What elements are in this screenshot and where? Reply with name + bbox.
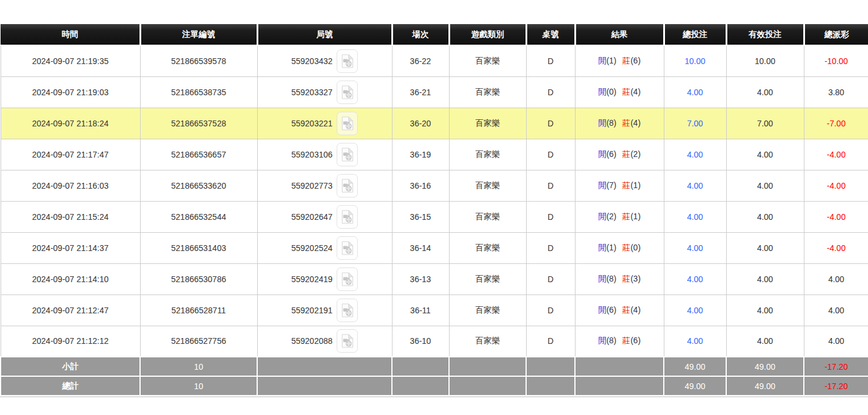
round-group: 559202647 (258, 205, 392, 229)
video-replay-button[interactable] (337, 299, 358, 322)
cell-game-type: 百家樂 (449, 294, 526, 326)
cell-session: 36-10 (392, 326, 449, 357)
result-player-score: (1) (606, 56, 616, 65)
cell-valid-bet: 4.00 (726, 263, 804, 294)
video-file-icon (341, 334, 354, 348)
cell-bet-id: 521866533620 (140, 170, 257, 201)
cell-round: 559202191 (257, 294, 392, 326)
bet-row[interactable]: 2024-09-07 21:14:37 521866531403 5592025… (1, 232, 868, 263)
cell-round: 559202524 (257, 232, 392, 263)
cell-table-id: D (526, 201, 575, 232)
cell-total-bet[interactable]: 4.00 (664, 201, 726, 232)
cell-total-bet[interactable]: 4.00 (664, 76, 726, 108)
result-banker-score: (3) (630, 274, 640, 283)
cell-game-type: 百家樂 (449, 76, 526, 108)
video-replay-button[interactable] (337, 143, 358, 166)
cell-session: 36-21 (392, 76, 449, 108)
cell-total-bet[interactable]: 4.00 (664, 139, 726, 170)
round-group: 559203432 (258, 49, 392, 73)
cell-total-bet[interactable]: 4.00 (664, 294, 726, 326)
cell-time: 2024-09-07 21:18:24 (1, 108, 140, 139)
result-player-score: (7) (606, 180, 616, 190)
result-banker-label: 莊 (622, 118, 630, 128)
cell-total-bet[interactable]: 10.00 (664, 45, 726, 76)
footer-empty-result (575, 357, 664, 376)
cell-result: 閒(1) 莊(6) (575, 45, 664, 76)
cell-bet-id: 521866532544 (140, 201, 257, 232)
cell-session: 36-16 (392, 170, 449, 201)
round-group: 559202419 (258, 267, 392, 291)
cell-result: 閒(6) 莊(2) (575, 139, 664, 170)
bet-row[interactable]: 2024-09-07 21:16:03 521866533620 5592027… (1, 170, 868, 201)
round-group: 559203106 (258, 143, 392, 166)
footer-empty-game (449, 376, 526, 396)
cell-game-type: 百家樂 (449, 201, 526, 232)
round-number: 559203221 (291, 119, 332, 128)
table-body: 2024-09-07 21:19:35 521866539578 5592034… (1, 45, 868, 357)
cell-round: 559202647 (257, 201, 392, 232)
video-replay-button[interactable] (337, 267, 358, 291)
video-replay-button[interactable] (337, 329, 358, 353)
cell-total-bet[interactable]: 4.00 (664, 263, 726, 294)
bet-row[interactable]: 2024-09-07 21:15:24 521866532544 5592026… (1, 201, 868, 232)
round-group: 559203221 (258, 112, 392, 135)
video-replay-button[interactable] (337, 236, 358, 260)
cell-session: 36-22 (392, 45, 449, 76)
result-banker-label: 莊 (622, 180, 630, 190)
cell-bet-id: 521866536657 (140, 139, 257, 170)
cell-bet-id: 521866530786 (140, 263, 257, 294)
cell-total-bet[interactable]: 4.00 (664, 232, 726, 263)
cell-game-type: 百家樂 (449, 232, 526, 263)
footer-label: 小計 (1, 357, 140, 376)
table-bottom-edge (0, 396, 868, 397)
result-banker-label: 莊 (622, 56, 630, 65)
bet-row[interactable]: 2024-09-07 21:19:35 521866539578 5592034… (1, 45, 868, 76)
bet-row[interactable]: 2024-09-07 21:12:47 521866528711 5592021… (1, 294, 868, 326)
cell-round: 559203327 (257, 76, 392, 108)
cell-result: 閒(2) 莊(1) (575, 201, 664, 232)
result-banker-label: 莊 (622, 87, 630, 96)
result-banker-score: (6) (630, 56, 640, 65)
table-header: 時間注單編號局號場次遊戲類別桌號結果總投注有效投注總派彩 (1, 24, 868, 45)
round-number: 559203106 (291, 150, 332, 159)
result-banker-label: 莊 (622, 305, 630, 314)
cell-total-bet[interactable]: 7.00 (664, 108, 726, 139)
result-player-label: 閒 (598, 274, 606, 283)
bet-row[interactable]: 2024-09-07 21:17:47 521866536657 5592031… (1, 139, 868, 170)
cell-valid-bet: 4.00 (726, 294, 804, 326)
round-group: 559202191 (258, 299, 392, 322)
footer-total-bet: 49.00 (664, 357, 726, 376)
round-group: 559202088 (258, 329, 392, 353)
cell-time: 2024-09-07 21:19:03 (1, 76, 140, 108)
bet-row[interactable]: 2024-09-07 21:12:12 521866527756 5592020… (1, 326, 868, 357)
footer-count: 10 (140, 357, 257, 376)
result-banker-score: (4) (630, 118, 640, 128)
cell-payout: 4.00 (804, 294, 868, 326)
bet-row[interactable]: 2024-09-07 21:14:10 521866530786 5592024… (1, 263, 868, 294)
result-banker-label: 莊 (622, 149, 630, 159)
video-replay-button[interactable] (337, 81, 358, 104)
footer-empty-session (392, 376, 449, 396)
result-player-score: (6) (606, 149, 616, 159)
cell-total-bet[interactable]: 4.00 (664, 326, 726, 357)
cell-payout: -7.00 (804, 108, 868, 139)
footer-empty-table (526, 357, 575, 376)
cell-table-id: D (526, 263, 575, 294)
video-replay-button[interactable] (337, 174, 358, 198)
cell-payout: -4.00 (804, 170, 868, 201)
video-replay-button[interactable] (337, 112, 358, 135)
footer-total-bet: 49.00 (664, 376, 726, 396)
round-number: 559202419 (291, 275, 332, 284)
total-row: 總計 10 49.00 49.00 -17.20 (1, 376, 868, 396)
bet-row[interactable]: 2024-09-07 21:19:03 521866538735 5592033… (1, 76, 868, 108)
cell-bet-id: 521866527756 (140, 326, 257, 357)
video-replay-button[interactable] (337, 49, 358, 73)
bet-row[interactable]: 2024-09-07 21:18:24 521866537528 5592032… (1, 108, 868, 139)
cell-total-bet[interactable]: 4.00 (664, 170, 726, 201)
cell-result: 閒(8) 莊(6) (575, 326, 664, 357)
result-player-label: 閒 (598, 243, 606, 252)
round-number: 559202088 (291, 336, 332, 346)
video-replay-button[interactable] (337, 205, 358, 229)
footer-empty-table (526, 376, 575, 396)
cell-table-id: D (526, 232, 575, 263)
